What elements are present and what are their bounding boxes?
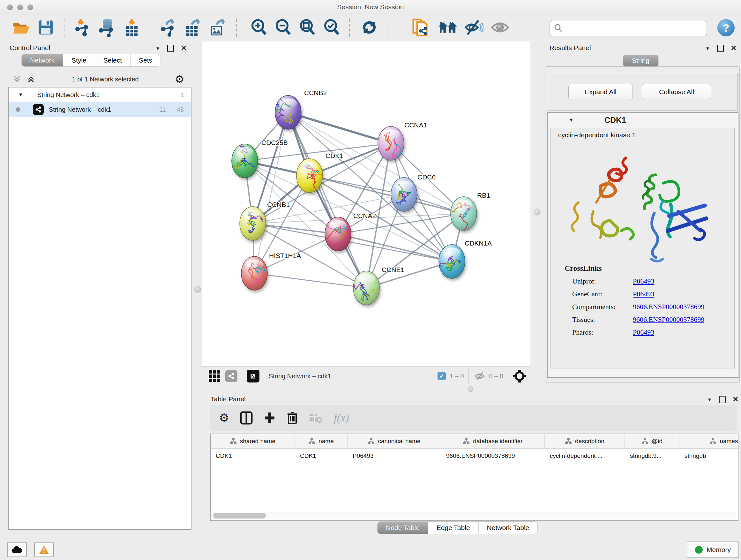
collapse-all-icon[interactable] [12, 75, 22, 84]
birdseye-grid-icon[interactable] [209, 370, 220, 382]
open-session-button[interactable] [11, 17, 31, 38]
export-network-button[interactable] [158, 17, 178, 38]
crosslink-value-link[interactable]: P06493 [633, 277, 654, 286]
apply-layout-button[interactable] [359, 17, 379, 38]
column-header-name[interactable]: name [295, 434, 347, 448]
table-row[interactable]: CDK1CDK1P064939606.ENSP00000378699cyclin… [211, 449, 738, 463]
hidden-node-edge-counts: 0 – 0 [489, 373, 503, 380]
bottom-splitter-handle[interactable] [468, 386, 473, 392]
tab-network-table[interactable]: Network Table [479, 522, 538, 534]
panel-collapse-icon[interactable]: ▼ [155, 46, 160, 51]
network-selection-status: 1 of 1 Network selected [36, 76, 175, 83]
save-session-button[interactable] [36, 17, 56, 38]
table-cell[interactable]: stringdb [679, 452, 738, 459]
tab-network[interactable]: Network [22, 54, 63, 66]
show-columns-icon[interactable] [240, 411, 253, 425]
zoom-in-button[interactable] [249, 17, 269, 38]
expand-all-button[interactable]: Expand All [568, 84, 633, 100]
tab-node-table[interactable]: Node Table [378, 522, 428, 534]
crosslink-value-link[interactable]: P06493 [633, 290, 654, 298]
search-icon [554, 23, 562, 33]
export-table-button[interactable] [183, 17, 202, 38]
zoom-out-button[interactable] [273, 17, 293, 38]
selected-checkbox-icon[interactable]: ✓ [437, 372, 446, 380]
status-bar: Memory [0, 538, 741, 560]
network-options-gear-icon[interactable]: ⚙ [175, 73, 185, 85]
tab-string[interactable]: String [623, 55, 659, 66]
help-button[interactable]: ? [718, 19, 735, 37]
expand-all-icon[interactable] [26, 75, 36, 84]
hidden-eye-icon[interactable] [473, 371, 486, 381]
export-table-icon [184, 18, 201, 37]
collapse-all-button[interactable]: Collapse All [642, 84, 711, 100]
import-table-button[interactable] [122, 17, 142, 38]
tree-expand-icon[interactable]: ▼ [18, 92, 23, 98]
tab-style[interactable]: Style [63, 54, 95, 66]
network-row[interactable]: String Network – cdk1 11 48 [9, 102, 191, 117]
column-header-canonical-name[interactable]: canonical name [347, 434, 441, 448]
new-network-from-selection-button[interactable] [411, 17, 431, 38]
table-options-gear-icon[interactable]: ⚙ [219, 411, 229, 425]
panel-close-icon[interactable]: ✕ [181, 44, 187, 52]
shared-column-icon [308, 438, 315, 445]
panel-float-icon[interactable] [719, 396, 726, 403]
right-splitter-handle[interactable] [534, 208, 541, 215]
table-cell[interactable]: CDK1 [295, 452, 347, 459]
zoom-selected-button[interactable] [322, 17, 341, 38]
column-header-database-identifier[interactable]: database identifier [441, 434, 545, 448]
import-network-database-button[interactable] [97, 17, 117, 38]
panel-float-icon[interactable] [717, 45, 724, 52]
network-canvas[interactable]: CCNB2CCNA1CDC25BCDK1CDC6RB1CCNB1CCNA2CDK… [202, 42, 530, 366]
table-cell[interactable]: cyclin-dependent ... [545, 452, 625, 459]
crosslink-value-link[interactable]: 9606.ENSP00000378699 [633, 315, 704, 324]
crosslink-value-link[interactable]: P06493 [633, 328, 654, 336]
center-view-icon[interactable] [513, 369, 527, 383]
svg-text:CCNA1: CCNA1 [404, 121, 427, 129]
table-horizontal-scrollbar[interactable] [211, 512, 736, 519]
delete-column-icon[interactable] [286, 411, 298, 425]
search-field[interactable] [549, 20, 707, 37]
first-neighbors-button[interactable] [438, 17, 458, 38]
table-cell[interactable]: 9606.ENSP00000378699 [441, 452, 545, 459]
search-input[interactable] [565, 22, 703, 34]
zoom-fit-button[interactable] [297, 17, 317, 38]
crosslink-value-link[interactable]: 9606.ENSP00000378699 [633, 303, 704, 311]
hide-selected-button[interactable] [464, 17, 484, 38]
panel-close-icon[interactable]: ✕ [731, 44, 737, 52]
scrollbar-thumb[interactable] [213, 513, 266, 518]
column-header-namespace[interactable]: namespace [679, 434, 738, 448]
panel-collapse-icon[interactable]: ▼ [707, 397, 712, 402]
table-cell[interactable]: P06493 [347, 452, 441, 459]
warnings-button[interactable] [34, 543, 54, 557]
toolbar-separator [349, 18, 350, 37]
statusbar-separator [508, 369, 508, 383]
string-view-icon[interactable] [225, 370, 238, 382]
column-header-description[interactable]: description [545, 434, 625, 448]
cloud-button[interactable] [7, 543, 27, 557]
show-all-button[interactable] [490, 17, 510, 38]
tab-select[interactable]: Select [95, 54, 131, 66]
left-splitter-handle[interactable] [194, 286, 201, 293]
results-entry-header[interactable]: ▼ CDK1 [548, 113, 738, 127]
shared-column-icon [565, 438, 572, 445]
network-collection-row[interactable]: ▼ String Network – cdk1 1 [9, 87, 191, 102]
open-in-string-icon[interactable] [247, 370, 259, 382]
memory-button[interactable]: Memory [687, 542, 739, 558]
column-header--id[interactable]: @id [625, 434, 679, 448]
column-header-shared-name[interactable]: shared name [211, 434, 295, 448]
import-network-file-button[interactable] [72, 17, 92, 38]
protein-structure-image [559, 141, 725, 275]
selected-node-edge-counts: 1 – 0 [450, 373, 464, 380]
panel-collapse-icon[interactable]: ▼ [705, 46, 710, 51]
tab-edge-table[interactable]: Edge Table [428, 522, 479, 534]
export-image-button[interactable] [207, 17, 227, 38]
table-cell[interactable]: stringdb:9... [625, 452, 679, 459]
tab-sets[interactable]: Sets [131, 54, 160, 66]
table-header-row: shared namenamecanonical namedatabase id… [211, 434, 738, 449]
node-table[interactable]: shared namenamecanonical namedatabase id… [210, 434, 738, 521]
panel-float-icon[interactable] [167, 45, 174, 52]
entry-expand-icon[interactable]: ▼ [569, 117, 574, 123]
add-column-icon[interactable] [264, 411, 276, 425]
panel-close-icon[interactable]: ✕ [733, 395, 738, 403]
table-cell[interactable]: CDK1 [211, 452, 295, 459]
